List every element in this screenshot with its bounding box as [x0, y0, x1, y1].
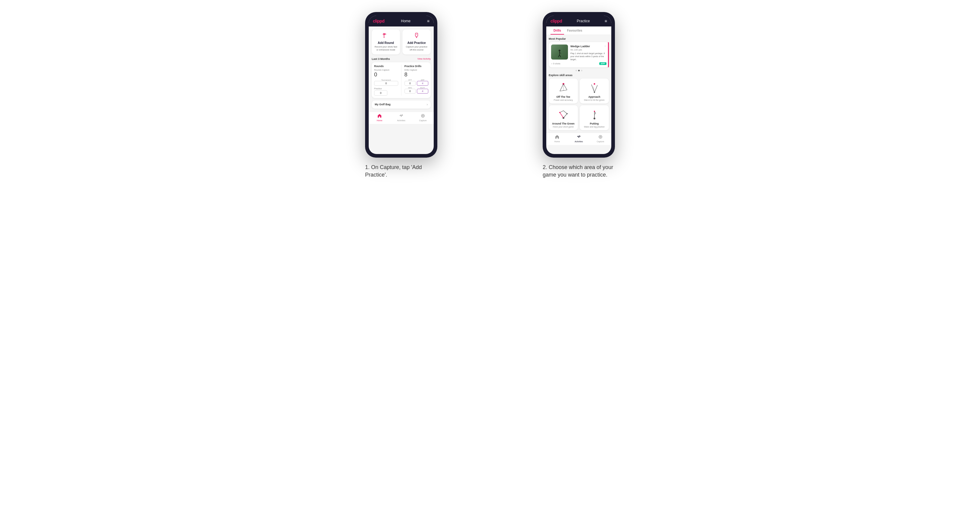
clock-icon: ○	[551, 62, 553, 65]
skill-card-putting[interactable]: Putting Make and lag practice	[580, 105, 609, 130]
phone1-logo: clippd	[373, 19, 384, 24]
dot-3[interactable]	[581, 70, 582, 71]
add-practice-desc: Capture your practice off-the-course	[405, 45, 428, 51]
nav-home[interactable]: Home	[369, 114, 390, 122]
practice-value: 0	[374, 90, 387, 96]
drills-col: Practice Drills Drills Capture 8 OTT 0	[404, 65, 429, 96]
phone1-header: clippd Home ≡	[369, 16, 434, 27]
tab-favourites[interactable]: Favourites	[564, 27, 585, 35]
action-cards: Add Round Record your shots fast or enha…	[372, 30, 431, 54]
phone1-section: clippd Home ≡	[325, 12, 478, 179]
activities-nav-label: Activities	[397, 119, 406, 122]
approach-skill-icon	[589, 81, 600, 94]
ott-label: OTT	[404, 79, 416, 81]
tournament-value: 0	[374, 81, 398, 86]
phone1-menu-icon[interactable]: ≡	[427, 19, 430, 24]
phone2-bottom-nav: Home Activities Capture	[546, 133, 611, 145]
drill-card[interactable]: Wedge Ladder ☆ 50–100 yds Play 1 shot at…	[549, 42, 609, 67]
golfer-silhouette-icon	[557, 49, 563, 58]
arg-box: ARG 0	[404, 87, 416, 94]
app-value: 4	[417, 81, 428, 86]
phone2-screen: clippd Practice ≡ Drills Favourites Most…	[546, 16, 611, 154]
home-nav-label: Home	[377, 119, 383, 122]
drills-top-row: OTT 0 APP 4	[404, 79, 429, 86]
capture-nav-label: Capture	[419, 119, 427, 122]
ott-skill-icon	[557, 81, 570, 94]
svg-point-4	[558, 50, 560, 51]
most-popular-label: Most Popular	[549, 37, 609, 40]
phone1-header-title: Home	[401, 19, 410, 23]
drills-title: Practice Drills	[404, 65, 429, 68]
add-practice-card[interactable]: Add Practice Capture your practice off-t…	[402, 30, 431, 54]
phone1-screen: clippd Home ≡	[369, 16, 434, 154]
nav-capture[interactable]: Capture	[412, 114, 434, 122]
tournament-stats: Tournament 0	[374, 79, 398, 86]
nav2-home[interactable]: Home	[546, 135, 568, 143]
my-golf-bag[interactable]: My Golf Bag ›	[372, 100, 431, 109]
practice-tabs: Drills Favourites	[546, 27, 611, 35]
approach-skill-name: Approach	[582, 95, 606, 98]
skill-card-approach[interactable]: Approach Dial-in to hit the green	[580, 78, 609, 103]
tab-drills[interactable]: Drills	[550, 27, 564, 35]
rounds-capture-label: Rounds Capture	[374, 69, 398, 71]
add-round-title: Add Round	[374, 41, 398, 44]
add-practice-title: Add Practice	[405, 41, 428, 44]
tournament-label: Tournament	[374, 79, 398, 81]
rounds-col: Rounds Rounds Capture 0 Tournament 0	[374, 65, 398, 96]
putting-skill-name: Putting	[582, 122, 606, 125]
rounds-title: Rounds	[374, 65, 398, 68]
activities2-nav-label: Activities	[574, 140, 583, 143]
arg-value: 0	[404, 89, 416, 94]
ott-skill-desc: Power and accuracy	[551, 99, 576, 101]
nav-activities[interactable]: Activities	[390, 114, 412, 122]
skill-card-ott[interactable]: Off The Tee Power and accuracy	[549, 78, 578, 103]
skill-card-atg[interactable]: Around The Green Hone your short game	[549, 105, 578, 130]
dot-1[interactable]	[576, 70, 577, 71]
atg-skill-desc: Hone your short game	[551, 126, 576, 128]
home-nav-icon	[377, 114, 382, 119]
drill-name: Wedge Ladder	[570, 44, 590, 48]
drill-card-wrapper: Wedge Ladder ☆ 50–100 yds Play 1 shot at…	[549, 42, 609, 67]
rounds-value: 0	[374, 71, 398, 78]
section-header: Last 3 Months View Activity	[372, 57, 431, 60]
phone2-menu-icon[interactable]: ≡	[605, 19, 607, 24]
last3months-label: Last 3 Months	[372, 57, 390, 60]
svg-point-9	[559, 112, 560, 113]
putt-label: PUTT	[417, 87, 428, 89]
view-activity-link[interactable]: View Activity	[417, 57, 431, 60]
drill-footer: ○ 9 shots APP	[551, 62, 606, 65]
drill-star-icon[interactable]: ☆	[604, 44, 606, 48]
drill-description: Play 1 shot at each target yardage. If y…	[570, 52, 606, 61]
practice-row: Practice 0	[374, 87, 398, 96]
phone2-header-title: Practice	[577, 19, 590, 23]
ott-value: 0	[404, 81, 416, 86]
putt-value: 4	[417, 89, 428, 94]
drill-card-inner: Wedge Ladder ☆ 50–100 yds Play 1 shot at…	[551, 44, 606, 61]
atg-skill-icon	[557, 108, 570, 120]
nav2-capture[interactable]: Capture	[590, 135, 611, 143]
activities-nav-icon	[399, 114, 403, 119]
add-round-card[interactable]: Add Round Record your shots fast or enha…	[372, 30, 400, 54]
stats-container: Rounds Rounds Capture 0 Tournament 0	[372, 62, 431, 98]
phone2-caption: 2. Choose which area of your game you wa…	[542, 163, 615, 179]
nav2-activities[interactable]: Activities	[568, 135, 590, 143]
tournament-box: Tournament 0	[374, 79, 398, 86]
capture2-nav-label: Capture	[597, 140, 605, 143]
atg-skill-name: Around The Green	[551, 122, 576, 125]
add-round-desc: Record your shots fast or enhanced mode	[374, 45, 398, 51]
practice-label: Practice	[374, 87, 398, 90]
dot-2[interactable]	[578, 70, 580, 71]
drill-yardage: 50–100 yds	[570, 48, 606, 51]
carousel-dots	[549, 70, 609, 71]
putting-skill-icon	[589, 108, 600, 120]
capture2-nav-icon	[598, 135, 603, 140]
phone2-header: clippd Practice ≡	[546, 16, 611, 27]
app-box: APP 4	[417, 79, 428, 86]
drill-name-row: Wedge Ladder ☆	[570, 44, 606, 48]
svg-point-10	[566, 113, 568, 114]
app-label: APP	[417, 79, 428, 81]
svg-point-7	[593, 83, 595, 85]
drills-value: 8	[404, 71, 429, 78]
phone1-caption: 1. On Capture, tap 'Add Practice'.	[365, 163, 438, 179]
approach-skill-desc: Dial-in to hit the green	[582, 99, 606, 101]
